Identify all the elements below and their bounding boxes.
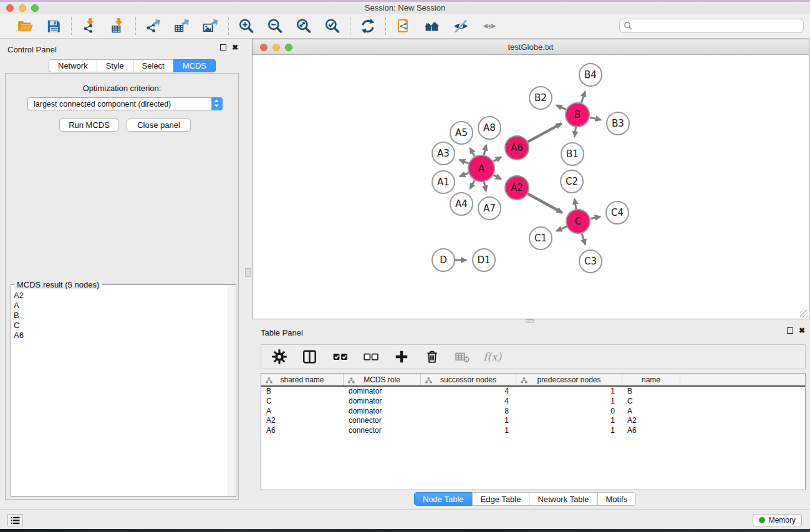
table-cell[interactable]: 1	[516, 416, 622, 426]
graph-edge-B-B1[interactable]	[575, 127, 576, 137]
select-all-button[interactable]	[330, 347, 350, 367]
graph-edge-A-A4[interactable]	[470, 180, 475, 188]
table-cell[interactable]: A2	[261, 416, 344, 426]
table-cell[interactable]: C	[261, 397, 344, 407]
home-button[interactable]	[422, 16, 442, 36]
graph-edge-A-A7[interactable]	[484, 182, 486, 191]
open-file-button[interactable]	[15, 16, 35, 36]
tab-style[interactable]: Style	[97, 59, 133, 72]
table-cell[interactable]: A6	[622, 426, 680, 436]
show-panels-button[interactable]	[480, 16, 499, 36]
mcds-result-item[interactable]: A6	[14, 331, 228, 341]
table-cell[interactable]: 4	[421, 397, 516, 407]
tab-network[interactable]: Network	[49, 59, 97, 72]
table-cell[interactable]: connector	[344, 426, 421, 436]
table-cell[interactable]: 1	[421, 416, 516, 426]
tab-node-table[interactable]: Node Table	[414, 492, 472, 506]
zoom-out-button[interactable]	[265, 16, 285, 36]
column-header-name[interactable]: name	[622, 374, 680, 385]
table-cell[interactable]: 1	[516, 397, 622, 407]
column-visibility-button[interactable]	[300, 347, 320, 367]
table-row[interactable]: Cdominator41C	[261, 397, 805, 407]
graph-edge-A-A5[interactable]	[470, 148, 475, 156]
export-image-button[interactable]	[201, 16, 221, 36]
zoom-in-button[interactable]	[236, 16, 256, 36]
run-mcds-button[interactable]: Run MCDS	[59, 118, 119, 132]
mcds-result-item[interactable]: B	[14, 311, 228, 321]
search-input[interactable]	[619, 19, 804, 33]
table-cell[interactable]: 8	[421, 407, 516, 417]
graph-edge-C-C4[interactable]	[591, 216, 600, 219]
table-cell[interactable]: A	[622, 407, 680, 417]
table-cell[interactable]: 0	[516, 407, 622, 417]
hide-panels-button[interactable]	[451, 16, 471, 36]
graph-edge-B-B4[interactable]	[581, 92, 585, 103]
close-panel-button[interactable]: Close panel	[127, 118, 191, 132]
window-resize-grip[interactable]	[800, 310, 808, 318]
table-cell[interactable]: dominator	[344, 387, 421, 397]
graph-edge-A-A6[interactable]	[493, 157, 501, 162]
table-cell[interactable]: dominator	[344, 407, 421, 417]
graph-edge-C-C3[interactable]	[582, 233, 586, 244]
tab-edge-table[interactable]: Edge Table	[472, 492, 529, 506]
graph-edge-A2-C[interactable]	[528, 194, 562, 213]
table-cell[interactable]: 1	[421, 426, 516, 436]
export-table-button[interactable]	[172, 16, 192, 36]
import-network-button[interactable]	[79, 16, 99, 36]
deselect-all-button[interactable]	[361, 347, 381, 367]
close-panel-icon[interactable]: ✖	[232, 44, 238, 51]
float-table-panel-icon[interactable]	[787, 327, 793, 334]
export-network-button[interactable]	[143, 16, 163, 36]
table-row[interactable]: Bdominator41B	[261, 387, 805, 397]
close-table-panel-icon[interactable]: ✖	[799, 327, 805, 334]
graph-edge-B-B3[interactable]	[590, 117, 601, 120]
table-row[interactable]: A6connector11A6	[261, 426, 805, 436]
zoom-selected-button[interactable]	[322, 16, 342, 36]
table-cell[interactable]: 1	[516, 426, 622, 436]
function-builder-icon[interactable]: f(x)	[483, 351, 501, 363]
graph-edge-C-C1[interactable]	[557, 226, 567, 231]
delete-table-button[interactable]	[453, 347, 473, 367]
network-canvas[interactable]: AA1A2A3A4A5A6A7A8BB1B2B3B4CC1C2C3C4DD1	[253, 55, 809, 319]
graph-edge-A-A2[interactable]	[493, 175, 501, 180]
column-header-mcds-role[interactable]: MCDS role	[344, 374, 421, 385]
clone-network-button[interactable]	[393, 16, 413, 36]
table-cell[interactable]: A6	[261, 426, 344, 436]
table-row[interactable]: Adominator80A	[261, 407, 805, 417]
vertical-splitter-handle[interactable]	[245, 268, 251, 277]
tab-motifs[interactable]: Motifs	[597, 492, 637, 506]
graph-edge-A-A8[interactable]	[484, 145, 486, 155]
graph-edge-A6-B[interactable]	[528, 123, 562, 142]
import-table-button[interactable]	[108, 16, 128, 36]
column-header-successor-nodes[interactable]: successor nodes	[421, 374, 516, 385]
column-header-predecessor-nodes[interactable]: predecessor nodes	[516, 374, 622, 385]
table-cell[interactable]: 4	[421, 387, 516, 397]
mcds-result-item[interactable]: A2	[14, 291, 228, 301]
tab-mcds[interactable]: MCDS	[173, 59, 216, 72]
float-panel-icon[interactable]	[220, 44, 226, 51]
tab-select[interactable]: Select	[133, 59, 173, 72]
mcds-result-item[interactable]: A	[14, 301, 228, 311]
table-cell[interactable]: B	[261, 387, 344, 397]
table-cell[interactable]: connector	[344, 416, 421, 426]
memory-button[interactable]: Memory	[753, 514, 802, 526]
show-panel-list-button[interactable]	[7, 514, 23, 526]
table-row[interactable]: A2connector11A2	[261, 416, 805, 426]
graph-edge-C-C2[interactable]	[574, 199, 576, 210]
settings-gear-button[interactable]	[269, 347, 289, 367]
save-session-button[interactable]	[44, 16, 64, 36]
graph-edge-A-A1[interactable]	[460, 173, 468, 177]
mcds-result-item[interactable]: C	[14, 321, 228, 331]
delete-column-button[interactable]	[422, 347, 442, 367]
mcds-result-list[interactable]: A2ABCA6	[11, 286, 228, 496]
tab-network-table[interactable]: Network Table	[529, 492, 597, 506]
table-cell[interactable]: A2	[622, 416, 680, 426]
refresh-button[interactable]	[358, 16, 378, 36]
graph-edge-B-B2[interactable]	[557, 105, 566, 110]
table-cell[interactable]: A	[261, 407, 344, 417]
add-column-button[interactable]	[392, 347, 412, 367]
table-cell[interactable]: 1	[516, 387, 622, 397]
graph-edge-A-A3[interactable]	[460, 160, 468, 163]
zoom-fit-button[interactable]	[294, 16, 314, 36]
table-cell[interactable]: B	[622, 387, 680, 397]
